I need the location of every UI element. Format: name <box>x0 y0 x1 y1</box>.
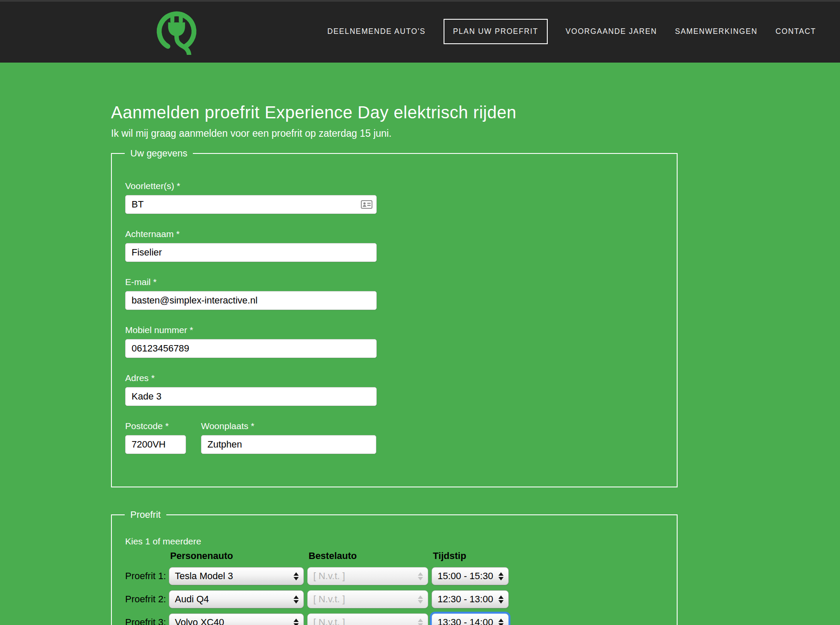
nav-item-plan-uw-proefrit[interactable]: PLAN UW PROEFRIT <box>444 19 548 44</box>
select-arrows-icon <box>418 619 423 625</box>
selected-value: [ N.v.t. ] <box>313 571 345 582</box>
selected-value: Volvo XC40 <box>175 617 224 625</box>
select-arrows-icon <box>418 595 423 604</box>
achternaam-label: Achternaam * <box>125 228 677 239</box>
achternaam-input[interactable] <box>125 243 377 262</box>
select-arrows-icon <box>418 572 423 580</box>
proefrit-3-bestelauto-select[interactable]: [ N.v.t. ] <box>307 613 428 625</box>
postcode-input[interactable] <box>125 435 186 454</box>
select-arrows-icon <box>294 595 299 604</box>
field-mobiel-nummer: Mobiel nummer * <box>125 325 677 358</box>
proefrit-1-tijdstip-select[interactable]: 15:00 - 15:30 <box>432 567 509 585</box>
field-achternaam: Achternaam * <box>125 228 677 262</box>
field-postcode: Postcode * <box>125 421 186 454</box>
nav-item-deelnemende-autos[interactable]: DEELNEMENDE AUTO'S <box>327 27 426 36</box>
field-adres: Adres * <box>125 373 677 406</box>
woonplaats-label: Woonplaats * <box>201 421 376 431</box>
column-header-tijdstip: Tijdstip <box>432 550 509 562</box>
fieldset-uw-gegevens: Uw gegevens Voorletter(s) * Achternaam *… <box>111 153 678 487</box>
proefrit-2-bestelauto-select[interactable]: [ N.v.t. ] <box>307 590 428 608</box>
email-input[interactable] <box>125 291 377 310</box>
mobiel-nummer-label: Mobiel nummer * <box>125 325 677 335</box>
adres-label: Adres * <box>125 373 677 383</box>
selected-value: 15:00 - 15:30 <box>438 571 493 582</box>
select-arrows-icon <box>498 572 504 580</box>
select-arrows-icon <box>498 619 504 625</box>
site-header: DEELNEMENDE AUTO'S PLAN UW PROEFRIT VOOR… <box>0 0 840 63</box>
adres-input[interactable] <box>125 387 377 406</box>
proefrit-1-label: Proefrit 1: <box>125 571 165 582</box>
proefrit-2-personenauto-select[interactable]: Audi Q4 <box>169 590 304 608</box>
voorletters-input[interactable] <box>125 195 377 214</box>
ev-plug-logo-icon <box>154 8 199 55</box>
site-logo[interactable] <box>154 8 199 55</box>
voorletters-label: Voorletter(s) * <box>125 180 677 191</box>
email-label: E-mail * <box>125 276 677 287</box>
woonplaats-input[interactable] <box>201 435 376 454</box>
proefrit-table: Personenauto Bestelauto Tijdstip Proefri… <box>125 550 511 625</box>
proefrit-3-personenauto-select[interactable]: Volvo XC40 <box>169 613 304 625</box>
proefrit-3-label: Proefrit 3: <box>125 617 165 625</box>
postcode-label: Postcode * <box>125 421 186 431</box>
page-subtitle: Ik wil mij graag aanmelden voor een proe… <box>111 128 840 139</box>
selected-value: 12:30 - 13:00 <box>438 594 493 605</box>
page-content: Aanmelden proefrit Experience Day elektr… <box>0 102 840 625</box>
proefrit-1-personenauto-select[interactable]: Tesla Model 3 <box>169 567 304 585</box>
mobiel-nummer-input[interactable] <box>125 339 377 358</box>
field-email: E-mail * <box>125 276 677 310</box>
column-header-personenauto: Personenauto <box>169 550 304 562</box>
select-arrows-icon <box>498 595 504 604</box>
proefrit-1-bestelauto-select[interactable]: [ N.v.t. ] <box>307 567 428 585</box>
proefrit-2-label: Proefrit 2: <box>125 594 165 605</box>
selected-value: 13:30 - 14:00 <box>438 617 493 625</box>
selected-value: Audi Q4 <box>175 594 209 605</box>
contact-card-icon[interactable] <box>361 200 372 209</box>
nav-item-samenwerkingen[interactable]: SAMENWERKINGEN <box>675 27 758 36</box>
main-navigation: DEELNEMENDE AUTO'S PLAN UW PROEFRIT VOOR… <box>327 0 816 63</box>
nav-item-contact[interactable]: CONTACT <box>776 27 816 36</box>
select-arrows-icon <box>294 619 299 625</box>
fieldset-proefrit: Proefrit Kies 1 of meerdere Personenauto… <box>111 514 678 625</box>
column-header-bestelauto: Bestelauto <box>307 550 428 562</box>
selected-value: Tesla Model 3 <box>175 571 233 582</box>
proefrit-instruction: Kies 1 of meerdere <box>125 536 677 547</box>
selected-value: [ N.v.t. ] <box>313 617 345 625</box>
field-voorletters: Voorletter(s) * <box>125 180 677 214</box>
selected-value: [ N.v.t. ] <box>313 594 345 605</box>
proefrit-2-tijdstip-select[interactable]: 12:30 - 13:00 <box>432 590 509 608</box>
proefrit-3-tijdstip-select[interactable]: 13:30 - 14:00 <box>432 613 509 625</box>
page-title: Aanmelden proefrit Experience Day elektr… <box>111 102 840 123</box>
select-arrows-icon <box>294 572 299 580</box>
fieldset-legend-uw-gegevens: Uw gegevens <box>125 148 193 159</box>
field-woonplaats: Woonplaats * <box>201 421 376 454</box>
fieldset-legend-proefrit: Proefrit <box>125 509 166 520</box>
nav-item-voorgaande-jaren[interactable]: VOORGAANDE JAREN <box>566 27 657 36</box>
